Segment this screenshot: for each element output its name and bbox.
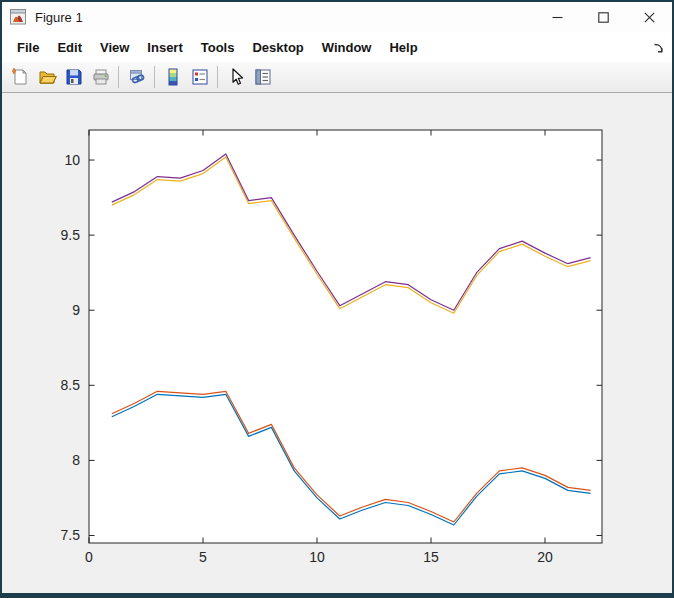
svg-text:8: 8	[72, 452, 80, 468]
close-icon	[644, 12, 655, 23]
insert-legend-icon	[190, 67, 210, 87]
menu-file[interactable]: File	[8, 40, 48, 55]
edit-plot-button[interactable]	[222, 64, 249, 90]
edit-plot-icon	[226, 67, 246, 87]
figure-canvas: 051015207.588.599.510	[2, 93, 672, 593]
svg-text:9: 9	[72, 302, 80, 318]
insert-legend-button[interactable]	[186, 64, 213, 90]
menu-tools[interactable]: Tools	[192, 40, 244, 55]
menu-items: FileEditViewInsertToolsDesktopWindowHelp	[8, 38, 427, 56]
dock-arrow-icon	[652, 42, 665, 55]
print-figure-button[interactable]	[87, 64, 114, 90]
close-button[interactable]	[626, 2, 672, 32]
dock-figure-button[interactable]	[652, 41, 665, 54]
print-figure-icon	[91, 67, 111, 87]
property-inspector-icon	[253, 67, 273, 87]
svg-text:10: 10	[309, 549, 325, 565]
figure-toolbar	[2, 62, 672, 93]
svg-text:20: 20	[537, 549, 553, 565]
menu-edit[interactable]: Edit	[48, 40, 91, 55]
menu-desktop[interactable]: Desktop	[243, 40, 312, 55]
menu-window[interactable]: Window	[313, 40, 381, 55]
menu-bar: FileEditViewInsertToolsDesktopWindowHelp	[2, 32, 672, 62]
menu-insert[interactable]: Insert	[138, 40, 191, 55]
new-figure-icon	[10, 67, 30, 87]
svg-text:9.5: 9.5	[61, 227, 81, 243]
menu-help[interactable]: Help	[380, 40, 426, 55]
minimize-icon	[552, 12, 563, 23]
save-figure-button[interactable]	[60, 64, 87, 90]
insert-colorbar-button[interactable]	[159, 64, 186, 90]
window-title: Figure 1	[35, 10, 83, 25]
maximize-icon	[598, 12, 609, 23]
toolbar-separator	[217, 66, 218, 88]
open-file-icon	[37, 67, 57, 87]
maximize-button[interactable]	[580, 2, 626, 32]
svg-text:10: 10	[64, 152, 80, 168]
toolbar-separator	[154, 66, 155, 88]
menu-view[interactable]: View	[91, 40, 138, 55]
save-figure-icon	[64, 67, 84, 87]
insert-colorbar-icon	[163, 67, 183, 87]
matlab-figure-icon	[10, 9, 26, 25]
svg-text:0: 0	[85, 549, 93, 565]
svg-text:15: 15	[423, 549, 439, 565]
figure-window: Figure 1 FileEditViewInsertToolsDesk	[0, 0, 674, 598]
title-bar: Figure 1	[2, 2, 672, 32]
svg-text:7.5: 7.5	[61, 527, 81, 543]
window-controls	[534, 2, 672, 32]
minimize-button[interactable]	[534, 2, 580, 32]
toolbar-separator	[118, 66, 119, 88]
open-file-button[interactable]	[33, 64, 60, 90]
svg-text:8.5: 8.5	[61, 377, 81, 393]
svg-text:5: 5	[199, 549, 207, 565]
property-inspector-button[interactable]	[249, 64, 276, 90]
link-plot-icon	[127, 67, 147, 87]
new-figure-button[interactable]	[6, 64, 33, 90]
axes-plot[interactable]: 051015207.588.599.510	[2, 93, 672, 593]
link-plot-button[interactable]	[123, 64, 150, 90]
